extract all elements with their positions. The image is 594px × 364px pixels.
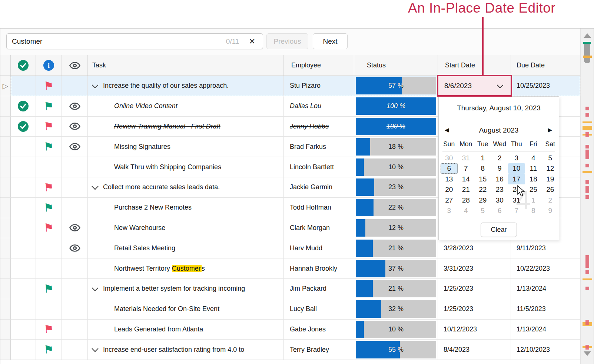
employee-cell[interactable]: Brad Farkus [284,137,354,157]
calendar-day[interactable]: 3 [508,153,525,163]
calendar-day[interactable]: 11 [525,163,542,174]
visibility-cell[interactable] [62,137,88,157]
calendar-day[interactable]: 23 [491,184,508,195]
visibility-cell[interactable] [62,177,88,198]
priority-cell[interactable]: ⚑ [36,96,62,117]
header-start-date[interactable]: Start Date [438,55,511,76]
calendar-day[interactable]: 1 [525,195,542,206]
complete-cell[interactable] [11,177,36,198]
calendar-day[interactable]: 17 [508,174,525,184]
status-cell[interactable]: 23 %23 % [354,177,438,198]
visibility-cell[interactable] [62,320,88,340]
visibility-cell[interactable] [62,299,88,320]
complete-cell[interactable] [11,279,36,299]
calendar-day[interactable]: 22 [474,184,491,195]
task-cell[interactable]: Review Training Manual - First Draft [88,117,284,137]
employee-cell[interactable]: Jenny Hobbs [284,117,354,137]
calendar-day[interactable]: 14 [458,174,475,184]
header-due-date[interactable]: Due Date [511,55,580,76]
calendar-day[interactable]: 8 [525,206,542,216]
expand-chevron-icon[interactable] [92,345,98,352]
calendar-day[interactable]: 15 [474,174,491,184]
previous-button[interactable]: Previous [266,33,308,49]
priority-cell[interactable] [36,258,62,279]
visibility-cell[interactable] [62,279,88,299]
calendar-month-label[interactable]: August 2023 [439,126,559,134]
scrollbar-thumb[interactable] [584,42,590,63]
start-date-editor[interactable]: 8/6/2023 [437,75,512,97]
calendar-day[interactable]: 5 [542,153,559,163]
priority-cell[interactable]: ⚑ [36,320,62,340]
employee-cell[interactable]: Dallas Lou [284,96,354,117]
header-task[interactable]: Task [88,55,284,76]
visibility-cell[interactable] [62,117,88,137]
visibility-cell[interactable] [62,238,88,258]
calendar-day[interactable]: 20 [441,184,458,195]
employee-cell[interactable]: Clark Morgan [284,218,354,238]
visibility-cell[interactable] [62,198,88,218]
complete-cell[interactable] [11,96,36,117]
task-cell[interactable]: Walk Thru with Shipping Companies [88,157,284,177]
scrollbar-down-arrow-icon[interactable] [584,351,591,356]
employee-cell[interactable]: Hannah Brookly [284,258,354,279]
employee-cell[interactable]: Terry Bradley [284,340,354,360]
due-date-cell[interactable]: 11/5/2023 [511,299,580,320]
calendar-day[interactable]: 3 [441,206,458,216]
expand-chevron-icon[interactable] [92,81,98,88]
complete-cell[interactable] [11,157,36,177]
status-cell[interactable]: 10 %10 % [354,320,438,340]
visibility-cell[interactable] [62,218,88,238]
calendar-day[interactable]: 8 [474,163,491,174]
status-cell[interactable]: 100 %100 % [354,117,438,137]
calendar-day[interactable]: 28 [458,195,475,206]
calendar-day[interactable]: 10 [508,163,525,174]
complete-cell[interactable] [11,137,36,157]
status-cell[interactable]: 21 %21 % [354,279,438,299]
employee-cell[interactable]: Todd Hoffman [284,198,354,218]
expand-chevron-icon[interactable] [92,284,98,291]
status-cell[interactable]: 57 %57 % [354,76,438,96]
complete-cell[interactable] [11,340,36,360]
employee-cell[interactable]: Stu Pizaro [284,76,354,96]
calendar-day[interactable]: 9 [491,163,508,174]
complete-cell[interactable] [11,117,36,137]
calendar-day[interactable]: 12 [542,163,559,174]
due-date-cell[interactable]: 12/10/2023 [511,340,580,360]
start-date-cell[interactable]: 1/25/2023 [438,299,511,320]
due-date-cell[interactable]: 10/25/2023 [511,76,580,96]
start-date-cell[interactable]: 1/25/2023 [438,279,511,299]
task-cell[interactable]: Materials Needed for On-Site Event [88,299,284,320]
status-cell[interactable]: 32 %32 % [354,299,438,320]
complete-cell[interactable] [11,198,36,218]
calendar-day[interactable]: 6 [441,163,458,174]
task-cell[interactable]: Northwest Territory Customers [88,258,284,279]
calendar-day[interactable]: 30 [491,195,508,206]
priority-cell[interactable]: ⚑ [36,218,62,238]
calendar-day[interactable]: 25 [525,184,542,195]
header-complete-column[interactable] [11,55,36,76]
status-cell[interactable]: 21 %21 % [354,238,438,258]
priority-cell[interactable] [36,157,62,177]
calendar-day[interactable]: 31 [458,153,475,163]
search-input[interactable]: Customer 0/11 ✕ [6,33,263,49]
calendar-day[interactable]: 6 [491,206,508,216]
calendar-day[interactable]: 9 [542,206,559,216]
calendar-day[interactable]: 2 [542,195,559,206]
calendar-day[interactable]: 7 [458,163,475,174]
complete-cell[interactable] [11,76,36,96]
clear-search-icon[interactable]: ✕ [249,37,255,45]
status-cell[interactable]: 18 %18 % [354,137,438,157]
calendar-day[interactable]: 27 [441,195,458,206]
start-date-cell[interactable]: 3/31/2023 [438,258,511,279]
priority-cell[interactable] [36,238,62,258]
header-priority-column[interactable]: i [36,55,62,76]
employee-cell[interactable]: Jackie Garmin [284,177,354,198]
visibility-cell[interactable] [62,258,88,279]
calendar-day[interactable]: 26 [542,184,559,195]
priority-cell[interactable]: ⚑ [36,340,62,360]
priority-cell[interactable] [36,299,62,320]
calendar-day[interactable]: 29 [474,195,491,206]
priority-cell[interactable]: ⚑ [36,279,62,299]
header-employee[interactable]: Employee [284,55,354,76]
calendar-day[interactable]: 7 [508,206,525,216]
